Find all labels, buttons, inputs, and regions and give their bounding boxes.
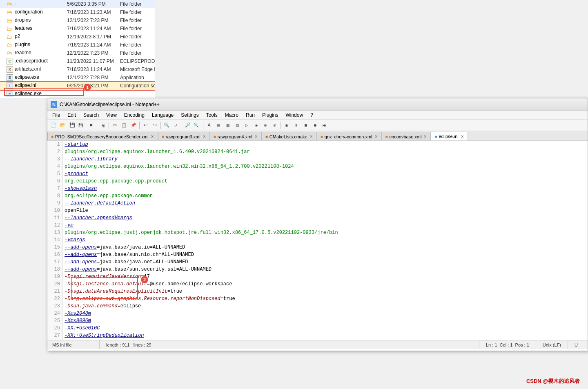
file-row[interactable]: 🗁configuration 7/16/2023 11:23 AM File f…	[0, 8, 155, 16]
toolbar-saveall[interactable]: 💾+	[77, 121, 86, 130]
menu-help[interactable]: ?	[307, 111, 316, 119]
file-row[interactable]: Ieclipse.ini 6/25/2023 8:21 PM Configura…	[0, 82, 155, 90]
line-number: 19	[47, 273, 62, 280]
file-row[interactable]: Eeclipsec.exe	[0, 90, 155, 98]
toolbar-replace[interactable]: ⇄	[172, 121, 180, 130]
tab-label: cnconvbase.xml	[390, 134, 422, 139]
code-line: --add-opens=java.base/java.io=ALL-UNNAME…	[65, 244, 588, 251]
menu-plugins[interactable]: Plugins	[259, 111, 281, 119]
file-name: 🗁features	[0, 24, 65, 33]
tab-close[interactable]: ✕	[150, 134, 154, 139]
menu-settings[interactable]: Settings	[178, 111, 202, 119]
toolbar-save[interactable]: 💾	[68, 121, 77, 130]
tab-close[interactable]: ✕	[254, 134, 258, 139]
toolbar-zoomout[interactable]: 🔍−	[193, 121, 202, 130]
line-number: 12	[47, 222, 62, 229]
line-number: 5	[47, 170, 62, 178]
tab-close[interactable]: ✕	[423, 134, 427, 139]
folder-icon: 🗁	[7, 17, 13, 24]
toolbar-btn-m[interactable]: ⏭	[320, 121, 329, 130]
toolbar-find[interactable]: 🔍	[162, 121, 171, 130]
code-line: plugins/org.eclipse.justj.openjdk.hotspo…	[65, 229, 588, 236]
file-row[interactable]: C.eclipseproduct 11/23/2022 11:07 PM ECL…	[0, 57, 155, 65]
file-row[interactable]: 🗁readme 12/1/2022 7:23 PM File folder	[0, 49, 155, 57]
tab-label: PRD_SM19SocRecoveryBootmodeSender.xml	[55, 134, 149, 139]
file-name: Xartifacts.xml	[0, 65, 65, 73]
toolbar-btn-j[interactable]: ⏸	[292, 121, 301, 130]
tab-cnconvbase-xml[interactable]: ■cnconvbase.xml✕	[382, 132, 431, 141]
watermark: CSDN @樱木的追风者	[526, 378, 580, 385]
toolbar-btn-f[interactable]: ◈	[252, 121, 261, 130]
file-date: 5/6/2023 3:35 PM	[65, 0, 118, 8]
line-number: 11	[47, 214, 62, 222]
toolbar-new[interactable]: 📄	[49, 121, 58, 130]
menu-macro[interactable]: Macro	[222, 111, 242, 119]
tab-CMakeLists-cmake[interactable]: ■CMakeLists.cmake✕	[262, 132, 317, 141]
code-line: plugins/org.eclipse.equinox.launcher_1.6…	[65, 148, 588, 156]
file-row[interactable]: 🗁plugins 7/16/2023 11:24 AM File folder	[0, 41, 155, 49]
menu-language[interactable]: Language	[149, 111, 177, 119]
toolbar-btn-l[interactable]: ⏺	[310, 121, 319, 130]
toolbar-btn-c[interactable]: ▦	[223, 121, 232, 130]
tab-close[interactable]: ✕	[374, 134, 378, 139]
file-name: Eeclipsec.exe	[0, 90, 65, 98]
toolbar-open[interactable]: 📂	[58, 121, 67, 130]
menu-edit[interactable]: Edit	[64, 111, 79, 119]
file-row[interactable]: Eeclipse.exe 12/1/2022 7:28 PM Applicati…	[0, 73, 155, 82]
toolbar-btn-k[interactable]: ⏹	[301, 121, 310, 130]
file-row[interactable]: Xartifacts.xml 7/16/2023 11:24 AM Micros…	[0, 65, 155, 73]
code-line: -Xms2048m	[65, 310, 588, 317]
menu-run[interactable]: Run	[243, 111, 258, 119]
code-content[interactable]: -startupplugins/org.eclipse.equinox.laun…	[63, 141, 588, 340]
toolbar-zoomin[interactable]: 🔎	[183, 121, 192, 130]
toolbar-btn-e[interactable]: ▷	[242, 121, 251, 130]
toolbar-btn-a[interactable]: A	[205, 121, 214, 130]
file-row[interactable]: 🗁features 7/16/2023 11:24 AM File folder	[0, 24, 155, 33]
toolbar-close[interactable]: ✖	[87, 121, 96, 130]
tab-close[interactable]: ✕	[309, 134, 313, 139]
file-name: C.eclipseproduct	[0, 57, 65, 65]
tab-close[interactable]: ✕	[460, 134, 464, 139]
tab-close[interactable]: ✕	[202, 134, 206, 139]
file-name: 🗁dropins	[0, 16, 65, 24]
toolbar-paste[interactable]: 📌	[129, 121, 138, 130]
toolbar-cut[interactable]: ✂	[110, 121, 119, 130]
tab-icon: ■	[214, 134, 216, 139]
file-row[interactable]: 🗁dropins 12/1/2022 7:23 PM File folder	[0, 16, 155, 24]
menu-file[interactable]: File	[49, 111, 63, 119]
menu-tools[interactable]: Tools	[203, 111, 221, 119]
file-date: 12/19/2023 8:17 PM	[65, 33, 118, 41]
toolbar-btn-i[interactable]: ◉	[282, 121, 291, 130]
menu-window[interactable]: Window	[282, 111, 306, 119]
tab-rawprogram4-xml[interactable]: ■rawprogram4.xml✕	[210, 132, 262, 141]
file-row[interactable]: 🗁- 5/6/2023 3:35 PM File folder	[0, 0, 155, 8]
tab-qnx_chery-common-xml[interactable]: ■qnx_chery-common.xml✕	[317, 132, 382, 141]
toolbar-copy[interactable]: 📋	[120, 121, 129, 130]
toolbar-btn-b[interactable]: ⊞	[214, 121, 223, 130]
toolbar-undo[interactable]: ↩	[141, 121, 150, 130]
file-name: 🗁p2	[0, 33, 65, 41]
menu-view[interactable]: View	[103, 111, 120, 119]
toolbar-btn-g[interactable]: ⊕	[261, 121, 270, 130]
toolbar-btn-h[interactable]: ⊗	[270, 121, 279, 130]
toolbar-sep-2	[109, 122, 109, 129]
toolbar-print[interactable]: 🖨	[98, 121, 107, 130]
menu-encoding[interactable]: Encoding	[121, 111, 148, 119]
file-type: File folder	[118, 24, 155, 33]
file-row[interactable]: 🗁p2 12/19/2023 8:17 PM File folder	[0, 33, 155, 41]
line-number: 18	[47, 266, 62, 273]
menu-search[interactable]: Search	[80, 111, 102, 119]
badge-2: 2	[141, 276, 148, 283]
code-line: -XX:+UseG1GC	[65, 325, 588, 332]
code-line: --add-opens=java.base/sun.nio.ch=ALL-UNN…	[65, 251, 588, 258]
line-number: 4	[47, 163, 62, 170]
tab-PRD_SM19SocRecoveryBootmodeSender-xml[interactable]: ■PRD_SM19SocRecoveryBootmodeSender.xml✕	[47, 132, 158, 141]
tab-eclipse-ini[interactable]: ■eclipse.ini✕	[431, 132, 468, 141]
toolbar-btn-d[interactable]: ▤	[233, 121, 242, 130]
tab-rawprogram3-xml[interactable]: ■rawprogram3.xml✕	[158, 132, 210, 141]
status-filetype: MS ini file	[51, 340, 100, 349]
code-line: openFile	[65, 207, 588, 214]
toolbar-redo[interactable]: ↪	[150, 121, 159, 130]
editor-area[interactable]: 1234567891011121314151617181920212223242…	[47, 141, 588, 340]
line-number: 2	[47, 148, 62, 156]
